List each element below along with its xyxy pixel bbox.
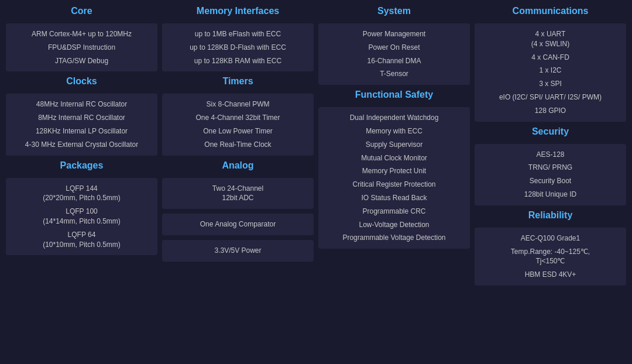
card-item-2-1-0-3: Mutual Clock Monitor (361, 153, 427, 163)
section-title-3-2: Reliability (475, 210, 626, 221)
card-1-2-1: One Analog Comparator (162, 214, 314, 235)
card-item-2-1-0-5: Critical Register Protection (352, 180, 435, 190)
card-items-3-0-0: 4 x UART (4 x SWLIN)4 x CAN-FD1 x I2C3 x… (482, 29, 619, 116)
card-item-0-0-0-2: JTAG/SW Debug (55, 56, 108, 66)
card-items-1-1-0: Six 8-Channel PWMOne 4-Channel 32bit Tim… (169, 99, 307, 149)
card-item-3-1-0-2: Security Boot (530, 176, 571, 186)
card-item-3-0-0-2: 1 x I2C (539, 66, 561, 75)
section-title-0-1: Clocks (6, 76, 157, 87)
card-item-2-1-0-4: Memory Protect Unit (362, 166, 426, 176)
card-items-2-1-0: Dual Independent WatchdogMemory with ECC… (325, 113, 463, 243)
section-title-3-1: Security (475, 126, 626, 137)
section-title-2-1: Functional Safety (318, 90, 470, 100)
card-item-1-2-1-0: One Analog Comparator (200, 219, 276, 229)
card-0-2-0: LQFP 144 (20*20mm, Pitch 0.5mm)LQFP 100 … (6, 178, 157, 256)
card-item-3-0-0-3: 3 x SPI (539, 79, 562, 89)
card-item-0-2-0-1: LQFP 100 (14*14mm, Pitch 0.5mm) (43, 207, 121, 226)
card-item-2-0-0-3: T-Sensor (380, 69, 408, 79)
card-item-1-0-0-0: up to 1MB eFlash with ECC (195, 29, 281, 39)
card-1-1-0: Six 8-Channel PWMOne 4-Channel 32bit Tim… (162, 94, 314, 155)
card-items-2-0-0: Power ManagementPower On Reset16-Channel… (325, 29, 463, 79)
card-1-2-2: 3.3V/5V Power (162, 240, 314, 262)
card-item-2-0-0-2: 16-Channel DMA (367, 56, 421, 66)
section-title-1-1: Timers (162, 76, 314, 87)
card-item-2-1-0-6: IO Status Read Back (361, 193, 427, 203)
card-items-1-2-1: One Analog Comparator (169, 219, 307, 229)
section-title-3-0: Communications (475, 6, 626, 16)
card-item-3-1-0-3: 128bit Unique ID (524, 190, 576, 200)
card-1-0-0: up to 1MB eFlash with ECCup to 128KB D-F… (162, 23, 314, 71)
card-item-1-1-0-3: One Real-Time Clock (204, 140, 271, 150)
card-item-2-1-0-7: Programmable CRC (362, 207, 425, 217)
card-item-2-1-0-8: Low-Voltage Detection (359, 220, 429, 230)
card-item-0-2-0-0: LQFP 144 (20*20mm, Pitch 0.5mm) (43, 184, 121, 204)
section-title-0-2: Packages (6, 160, 157, 171)
card-item-0-0-0-1: FPU&DSP Instruction (48, 43, 115, 53)
card-3-1-0: AES-128TRNG/ PRNGSecurity Boot128bit Uni… (475, 144, 626, 205)
card-item-1-2-2-0: 3.3V/5V Power (214, 246, 261, 256)
card-item-0-1-0-1: 8MHz Internal RC Oscillator (38, 113, 125, 123)
card-item-2-1-0-1: Memory with ECC (366, 126, 423, 136)
card-item-0-1-0-0: 48MHz Internal RC Oscillator (36, 99, 127, 109)
column-3: Communications4 x UART (4 x SWLIN)4 x CA… (475, 6, 626, 358)
card-item-1-1-0-1: One 4-Channel 32bit Timer (195, 113, 280, 123)
section-title-1-2: Analog (162, 160, 314, 171)
section-title-0-0: Core (6, 6, 157, 16)
card-item-3-2-0-0: AEC-Q100 Grade1 (521, 233, 580, 243)
card-item-2-1-0-9: Programmable Voltage Detection (342, 233, 445, 243)
card-item-2-0-0-1: Power On Reset (368, 43, 420, 53)
section-title-1-0: Memory Interfaces (162, 6, 314, 16)
column-1: Memory Interfacesup to 1MB eFlash with E… (162, 6, 314, 358)
card-items-0-1-0: 48MHz Internal RC Oscillator8MHz Interna… (13, 99, 150, 149)
card-items-1-2-2: 3.3V/5V Power (169, 246, 307, 256)
card-items-3-1-0: AES-128TRNG/ PRNGSecurity Boot128bit Uni… (482, 150, 619, 200)
card-item-3-1-0-1: TRNG/ PRNG (528, 163, 572, 173)
card-item-0-1-0-2: 128KHz Internal LP Oscillator (36, 126, 128, 136)
card-item-0-0-0-0: ARM Cortex-M4+ up to 120MHz (32, 29, 132, 39)
card-0-1-0: 48MHz Internal RC Oscillator8MHz Interna… (6, 94, 157, 155)
card-items-0-0-0: ARM Cortex-M4+ up to 120MHzFPU&DSP Instr… (13, 29, 150, 66)
card-item-1-0-0-1: up to 128KB D-Flash with ECC (190, 43, 286, 53)
card-item-3-0-0-1: 4 x CAN-FD (531, 53, 569, 63)
card-items-1-2-0: Two 24-Channel 12bit ADC (169, 184, 307, 204)
card-2-1-0: Dual Independent WatchdogMemory with ECC… (318, 107, 470, 249)
card-item-3-2-0-2: HBM ESD 4KV+ (525, 270, 576, 280)
card-item-3-0-0-4: eIO (I2C/ SPI/ UART/ I2S/ PWM) (499, 92, 602, 102)
card-item-1-1-0-0: Six 8-Channel PWM (206, 99, 269, 109)
card-item-0-2-0-2: LQFP 64 (10*10mm, Pitch 0.5mm) (43, 230, 121, 250)
card-item-3-2-0-1: Temp.Range: -40~125℃, Tj<150℃ (511, 247, 590, 267)
card-item-2-0-0-0: Power Management (363, 29, 425, 39)
card-3-2-0: AEC-Q100 Grade1Temp.Range: -40~125℃, Tj<… (475, 228, 626, 286)
card-item-3-0-0-0: 4 x UART (4 x SWLIN) (531, 29, 569, 49)
card-3-0-0: 4 x UART (4 x SWLIN)4 x CAN-FD1 x I2C3 x… (475, 23, 626, 122)
card-item-1-0-0-2: up to 128KB RAM with ECC (194, 56, 281, 66)
card-0-0-0: ARM Cortex-M4+ up to 120MHzFPU&DSP Instr… (6, 23, 157, 71)
card-items-1-0-0: up to 1MB eFlash with ECCup to 128KB D-F… (169, 29, 307, 66)
card-item-0-1-0-3: 4-30 MHz External Crystal Oscillator (25, 140, 138, 150)
card-item-1-2-0-0: Two 24-Channel 12bit ADC (212, 184, 263, 204)
column-0: CoreARM Cortex-M4+ up to 120MHzFPU&DSP I… (6, 6, 157, 358)
card-item-1-1-0-2: One Low Power Timer (203, 126, 273, 136)
card-items-0-2-0: LQFP 144 (20*20mm, Pitch 0.5mm)LQFP 100 … (13, 184, 150, 250)
column-2: SystemPower ManagementPower On Reset16-C… (318, 6, 470, 358)
card-1-2-0: Two 24-Channel 12bit ADC (162, 178, 314, 210)
card-item-2-1-0-0: Dual Independent Watchdog (350, 113, 439, 123)
card-item-2-1-0-2: Supply Supervisor (366, 140, 423, 150)
card-2-0-0: Power ManagementPower On Reset16-Channel… (318, 23, 470, 85)
main-grid: CoreARM Cortex-M4+ up to 120MHzFPU&DSP I… (0, 0, 632, 364)
card-items-3-2-0: AEC-Q100 Grade1Temp.Range: -40~125℃, Tj<… (482, 233, 619, 280)
card-item-3-0-0-5: 128 GPIO (535, 106, 566, 116)
card-item-3-1-0-0: AES-128 (536, 150, 564, 160)
section-title-2-0: System (318, 6, 470, 16)
